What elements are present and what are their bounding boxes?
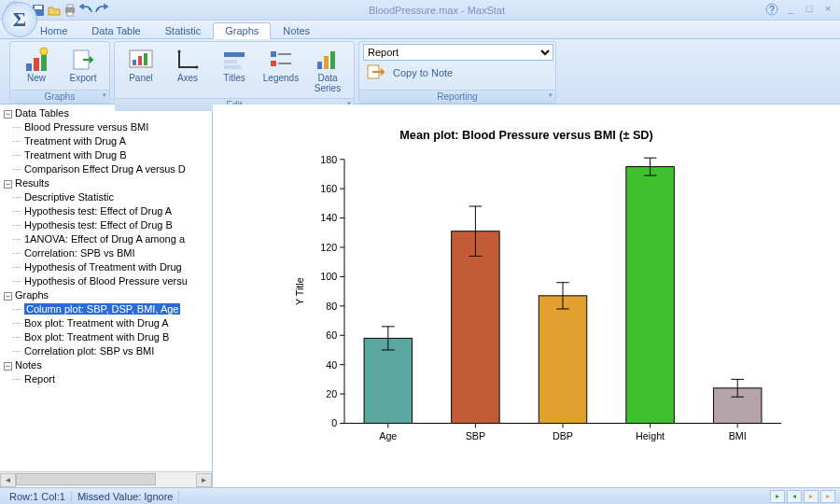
- svg-rect-3: [35, 6, 42, 9]
- x-tick-label: Height: [636, 430, 665, 441]
- nav-prev-icon[interactable]: ◂: [787, 490, 802, 503]
- app-menu-button[interactable]: Σ: [2, 2, 37, 37]
- titles-button[interactable]: Titles: [212, 44, 257, 87]
- legends-label: Legends: [263, 74, 299, 84]
- maximize-button[interactable]: □: [803, 3, 816, 18]
- ribbon-tabs: Σ HomeData TableStatisticGraphsNotes: [0, 21, 840, 39]
- minimize-button[interactable]: _: [784, 3, 797, 18]
- legends-icon: [268, 47, 294, 73]
- tree-leaf[interactable]: 1ANOVA: Effect of Drug A among a: [4, 232, 212, 246]
- copy-to-note-label: Copy to Note: [393, 67, 453, 78]
- svg-text:?: ?: [769, 5, 775, 15]
- svg-rect-20: [224, 65, 241, 69]
- status-bar: Row:1 Col:1 Missed Value: Ignore ▸ ◂ ▸ ▸: [0, 487, 840, 504]
- tree-leaf[interactable]: Correlation plot: SBP vs BMI: [4, 344, 212, 358]
- titlebar: Σ BloodPressure.max - MaxStat ? _ □ ×: [0, 0, 840, 21]
- svg-rect-26: [324, 56, 329, 69]
- export-button[interactable]: Export: [61, 44, 105, 87]
- svg-point-12: [40, 48, 48, 55]
- legends-button[interactable]: Legends: [259, 44, 303, 87]
- tree-leaf[interactable]: Hypothesis test: Effect of Drug A: [4, 204, 212, 218]
- new-label: New: [27, 74, 46, 84]
- scroll-left-icon[interactable]: ◄: [0, 473, 16, 487]
- nav-first-icon[interactable]: ▸: [770, 490, 785, 503]
- tree-node[interactable]: −GraphsColumn plot: SBP, DSP, BMI, AgeBo…: [0, 288, 212, 358]
- ribbon: NewExport Graphs PanelAxesTitlesLegendsD…: [0, 39, 840, 105]
- close-button[interactable]: ×: [821, 3, 834, 18]
- tree-leaf[interactable]: Box plot: Treatment with Drug B: [4, 330, 212, 344]
- tree-leaf[interactable]: Correlation: SPB vs BMI: [4, 246, 212, 260]
- svg-rect-17: [144, 53, 147, 65]
- tree-leaf[interactable]: Blood Pressure versus BMI: [4, 120, 212, 134]
- data-series-label: DataSeries: [315, 74, 341, 93]
- svg-rect-25: [317, 62, 322, 69]
- help-icon[interactable]: ?: [765, 3, 778, 18]
- y-tick-label: 60: [326, 329, 337, 341]
- titles-label: Titles: [223, 74, 245, 84]
- svg-rect-24: [278, 63, 291, 64]
- x-tick-label: Age: [379, 430, 397, 441]
- scroll-thumb[interactable]: [16, 473, 156, 485]
- project-tree[interactable]: −Data TablesBlood Pressure versus BMITre…: [0, 105, 212, 471]
- tree-leaf[interactable]: Box plot: Treatment with Drug A: [4, 316, 212, 330]
- svg-rect-19: [224, 60, 237, 63]
- x-tick-label: SBP: [466, 430, 485, 441]
- ribbon-group-label: Graphs: [10, 90, 109, 103]
- new-button[interactable]: New: [14, 44, 59, 87]
- tab-statistic[interactable]: Statistic: [153, 22, 214, 38]
- export-icon: [70, 47, 96, 73]
- tree-leaf[interactable]: Hypothesis of Treatment with Drug: [4, 260, 212, 274]
- tab-data-table[interactable]: Data Table: [79, 22, 152, 38]
- axes-button[interactable]: Axes: [165, 44, 210, 87]
- tree-leaf[interactable]: Report: [4, 372, 212, 386]
- ribbon-group-label: Reporting: [359, 90, 555, 103]
- project-tree-sidebar: −Data TablesBlood Pressure versus BMITre…: [0, 105, 213, 487]
- tree-horizontal-scrollbar[interactable]: ◄ ►: [0, 471, 212, 487]
- tree-node[interactable]: −Data TablesBlood Pressure versus BMITre…: [0, 106, 212, 176]
- qat-print-icon[interactable]: [63, 4, 77, 17]
- nav-next-icon[interactable]: ▸: [804, 490, 819, 503]
- y-tick-label: 100: [320, 271, 337, 282]
- data-series-button[interactable]: DataSeries: [305, 44, 350, 96]
- copy-to-note-button[interactable]: Copy to Note: [363, 63, 456, 83]
- status-row-col: Row:1 Col:1: [4, 491, 72, 502]
- tree-leaf[interactable]: Comparison Effect Drug A versus D: [4, 162, 212, 176]
- y-tick-label: 120: [320, 242, 337, 253]
- svg-rect-18: [224, 52, 245, 57]
- tree-leaf[interactable]: Column plot: SBP, DSP, BMI, Age: [4, 302, 212, 316]
- status-missed-value: Missed Value: Ignore: [72, 491, 180, 502]
- svg-rect-16: [138, 56, 142, 65]
- nav-last-icon[interactable]: ▸: [820, 490, 835, 503]
- y-tick-label: 160: [320, 183, 337, 194]
- tree-node[interactable]: −ResultsDescriptive StatisticHypothesis …: [0, 176, 212, 288]
- qat-redo-icon[interactable]: [95, 4, 108, 17]
- panel-button[interactable]: Panel: [119, 44, 163, 87]
- tree-leaf[interactable]: Descriptive Statistic: [4, 190, 212, 204]
- svg-rect-5: [67, 5, 73, 7]
- qat-undo-icon[interactable]: [79, 4, 92, 17]
- svg-rect-21: [271, 51, 276, 57]
- tab-notes[interactable]: Notes: [271, 22, 322, 38]
- svg-rect-15: [133, 60, 136, 65]
- panel-label: Panel: [129, 74, 153, 84]
- tree-leaf[interactable]: Hypothesis test: Effect of Drug B: [4, 218, 212, 232]
- panel-icon: [128, 47, 154, 73]
- qat-open-icon[interactable]: [48, 4, 61, 17]
- bar-dbp: [539, 296, 586, 424]
- tree-leaf[interactable]: Treatment with Drug A: [4, 134, 212, 148]
- ribbon-group-graphs: NewExport Graphs: [9, 41, 110, 104]
- y-tick-label: 20: [326, 388, 337, 399]
- tree-leaf[interactable]: Treatment with Drug B: [4, 148, 212, 162]
- tab-graphs[interactable]: Graphs: [213, 22, 271, 39]
- tree-node[interactable]: −NotesReport: [0, 358, 212, 386]
- y-tick-label: 0: [331, 417, 337, 428]
- scroll-right-icon[interactable]: ►: [196, 473, 212, 487]
- ribbon-group-edit: PanelAxesTitlesLegendsDataSeries Edit: [114, 41, 355, 104]
- titles-icon: [221, 47, 247, 73]
- y-tick-label: 40: [326, 359, 337, 371]
- report-select[interactable]: Report: [363, 44, 553, 61]
- bar-height: [626, 167, 674, 424]
- svg-rect-22: [278, 53, 291, 55]
- svg-rect-27: [330, 51, 335, 69]
- tree-leaf[interactable]: Hypothesis of Blood Pressure versu: [4, 274, 212, 288]
